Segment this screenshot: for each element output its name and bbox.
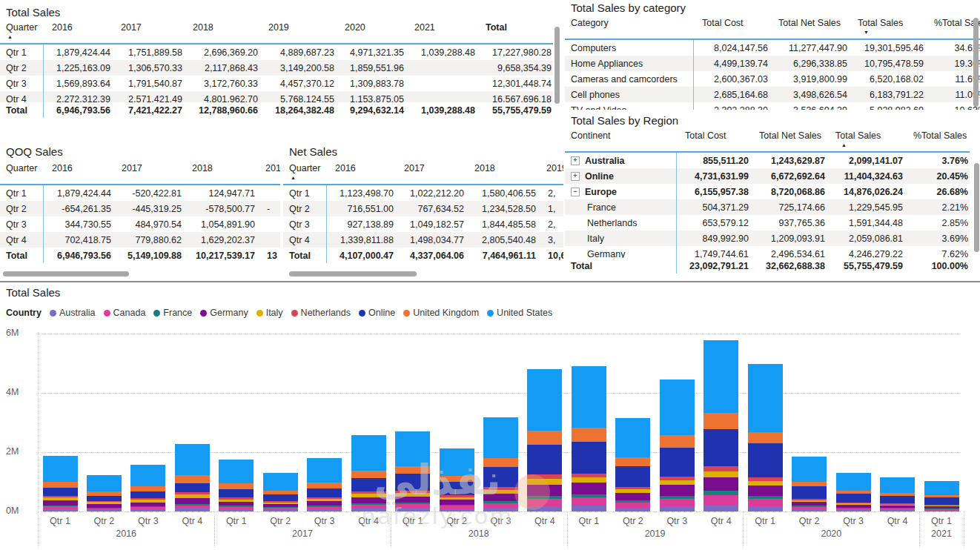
bar-segment[interactable] [395, 466, 430, 474]
bar-segment[interactable] [924, 481, 959, 495]
bar-segment[interactable] [572, 442, 606, 474]
table-row[interactable]: Qtr 4702,418.75779,880.621,629,202.37 [0, 232, 280, 248]
bar-segment[interactable] [440, 500, 474, 505]
horizontal-scrollbar[interactable] [289, 271, 417, 276]
table-row[interactable]: France504,371.29725,174.661,229,545.952.… [565, 199, 970, 215]
column-header[interactable]: Total Cost [676, 130, 750, 151]
bar-segment[interactable] [615, 508, 650, 511]
bar-segment[interactable] [263, 473, 298, 491]
bar-segment[interactable] [615, 466, 650, 487]
bar-segment[interactable] [130, 510, 165, 512]
column-header[interactable]: Total Sales▼ [849, 18, 925, 39]
bar-segment[interactable] [660, 506, 695, 511]
column-header[interactable]: 2016 [326, 163, 395, 184]
table-row[interactable]: +Australia855,511.201,243,629.872,099,14… [565, 153, 970, 168]
table-row[interactable]: Qtr 2716,551.00767,634.521,234,528.501, [283, 201, 563, 216]
column-header[interactable]: 2017 [113, 163, 183, 184]
bar-segment[interactable] [440, 476, 474, 483]
table-row[interactable]: Home Appliances4,499,139.746,296,338.851… [565, 56, 980, 71]
bar-segment[interactable] [703, 471, 738, 477]
table-row[interactable]: Qtr 21,225,163.091,306,570.332,117,868.4… [0, 60, 553, 76]
bar-segment[interactable] [880, 477, 915, 493]
column-header[interactable]: %Total Sales [904, 130, 970, 151]
stacked-bar[interactable] [440, 448, 474, 511]
bar-segment[interactable] [219, 483, 254, 488]
column-header[interactable]: Quarter▲ [0, 22, 43, 43]
stacked-bar[interactable] [527, 369, 562, 511]
bar-segment[interactable] [703, 495, 738, 505]
column-header[interactable]: Quarter▲ [283, 163, 326, 184]
bar-segment[interactable] [527, 369, 562, 431]
bar-segment[interactable] [527, 445, 562, 474]
table-row[interactable]: Netherlands653,579.12937,765.361,591,344… [565, 215, 970, 231]
bar-segment[interactable] [87, 510, 122, 511]
bar-segment[interactable] [175, 475, 210, 483]
table-row[interactable]: Qtr 3927,138.891,049,182.571,844,485.582… [283, 216, 563, 232]
bar-segment[interactable] [703, 340, 738, 412]
bar-segment[interactable] [572, 366, 606, 428]
table-total-row[interactable]: Total23,092,791.2132,662,688.3855,755,47… [565, 258, 970, 274]
bar-segment[interactable] [307, 458, 342, 483]
bar-segment[interactable] [440, 509, 474, 511]
bar-segment[interactable] [660, 499, 695, 506]
column-header[interactable]: 2017 [112, 22, 184, 43]
stacked-bar[interactable] [748, 364, 783, 511]
bar-segment[interactable] [792, 509, 827, 511]
bar-segment[interactable] [748, 506, 783, 511]
stacked-bar[interactable] [263, 473, 298, 511]
bar-segment[interactable] [130, 465, 165, 486]
table-total-row[interactable]: Total6,946,793.567,421,422.2712,788,960.… [0, 102, 553, 118]
bar-segment[interactable] [395, 431, 430, 465]
bar-segment[interactable] [748, 486, 783, 496]
bar-segment[interactable] [615, 418, 650, 457]
stacked-bar[interactable] [307, 458, 342, 511]
bar-segment[interactable] [175, 508, 210, 511]
bar-segment[interactable] [748, 443, 783, 477]
table-row[interactable]: Computers8,024,147.5611,277,447.9019,301… [565, 40, 980, 56]
bar-segment[interactable] [703, 429, 738, 467]
bar-segment[interactable] [87, 475, 122, 492]
bar-segment[interactable] [703, 477, 738, 491]
bar-segment[interactable] [263, 494, 298, 501]
table-row[interactable]: Qtr 31,569,893.641,791,540.873,172,760.3… [0, 76, 553, 91]
column-header[interactable]: Total Cost [693, 18, 769, 39]
bar-segment[interactable] [880, 510, 915, 511]
expand-icon[interactable]: + [571, 156, 580, 165]
bar-segment[interactable] [836, 494, 871, 503]
column-header[interactable]: Total Net Sales [769, 18, 849, 39]
table-row[interactable]: Qtr 11,123,498.701,022,212.201,580,406.5… [283, 185, 563, 201]
table-row[interactable]: Qtr 42,272,312.392,571,421.494,801,962.7… [0, 91, 553, 102]
column-header[interactable]: 2018 [183, 163, 256, 184]
bar-segment[interactable] [615, 493, 650, 500]
stacked-bar[interactable] [572, 366, 606, 511]
bar-segment[interactable] [219, 460, 254, 483]
column-header[interactable]: 2017 [395, 163, 466, 184]
stacked-bar[interactable] [219, 460, 254, 511]
bar-segment[interactable] [792, 486, 827, 499]
bar-segment[interactable] [43, 488, 78, 496]
bar-segment[interactable] [483, 503, 518, 508]
bar-segment[interactable] [130, 491, 165, 498]
bar-segment[interactable] [572, 483, 606, 494]
bar-segment[interactable] [660, 380, 695, 435]
stacked-bar[interactable] [130, 465, 165, 511]
bar-segment[interactable] [880, 496, 915, 504]
horizontal-scrollbar[interactable] [3, 271, 129, 276]
bar-segment[interactable] [748, 499, 783, 506]
column-header[interactable]: 2016 [43, 163, 113, 184]
column-header[interactable]: 2016 [43, 22, 112, 43]
bar-segment[interactable] [175, 444, 210, 475]
table-row[interactable]: Qtr 41,339,811.881,498,034.772,805,540.4… [283, 232, 563, 248]
stacked-bar[interactable] [175, 444, 210, 511]
stacked-bar[interactable] [43, 456, 78, 511]
bar-segment[interactable] [527, 506, 562, 511]
vertical-scrollbar[interactable] [973, 18, 979, 107]
column-header[interactable]: Total Net Sales [750, 130, 827, 151]
column-header[interactable]: 2018 [466, 163, 537, 184]
bar-segment[interactable] [527, 485, 562, 496]
stacked-bar[interactable] [703, 340, 738, 511]
stacked-bar[interactable] [660, 380, 695, 511]
bar-segment[interactable] [572, 497, 606, 506]
table-row[interactable]: Qtr 11,879,424.44-520,422.81124,947.71 [0, 185, 280, 201]
bar-segment[interactable] [395, 474, 430, 491]
